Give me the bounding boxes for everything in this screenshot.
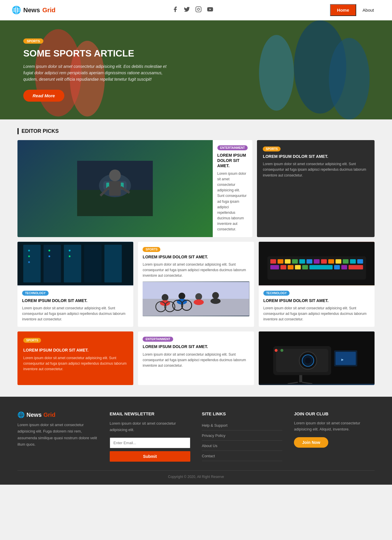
svg-rect-21 xyxy=(23,245,41,282)
footer: 🌐 NewsGrid Lorem ipsum dolor sit amet co… xyxy=(0,397,392,484)
svg-rect-63 xyxy=(280,265,286,269)
svg-rect-78 xyxy=(336,352,356,365)
card-title-keyboard: LOREM IPSUM DOLOR SIT AMET. xyxy=(263,298,370,303)
card-camera: ▶ xyxy=(259,331,375,385)
svg-point-37 xyxy=(179,293,185,299)
footer-join-col: JOIN OUR CLUB Lorem ipsum dolor sit amet… xyxy=(294,411,375,461)
svg-point-29 xyxy=(49,250,50,251)
privacy-link[interactable]: Privacy Policy xyxy=(202,433,226,438)
card-wide-entertainment: ENTERTAINMENT LOREM IPSUM DOLOR SIT AMET… xyxy=(17,140,252,237)
card-badge-keyboard-tech: TECHNOLOGY xyxy=(263,291,290,296)
footer-link-about[interactable]: About Us xyxy=(202,441,283,451)
svg-rect-59 xyxy=(343,259,348,264)
card-text: Lorem ipsum dolor sit amet consectetur a… xyxy=(217,171,248,232)
navbar: 🌐 NewsGrid Home About xyxy=(0,0,392,20)
card-badge-entertainment: ENTERTAINMENT xyxy=(217,145,248,150)
card-title-tech: LOREM IPSUM DOLOR SIT AMET. xyxy=(22,298,129,303)
footer-logo-grid: Grid xyxy=(43,412,55,418)
hero-title: SOME SPORTS ARTICLE xyxy=(23,48,175,59)
card-badge-mid-sports: SPORTS xyxy=(143,247,160,252)
card-badge-sports: SPORTS xyxy=(263,147,281,151)
nav-links: Home About xyxy=(330,4,380,16)
svg-rect-68 xyxy=(334,265,340,269)
card-title: LOREM IPSUM DOLOR SIT AMET. xyxy=(217,153,248,169)
hero-badge: SPORTS xyxy=(23,38,43,44)
footer-bottom: Copyright © 2020, All Right Reserve xyxy=(17,470,375,479)
footer-grid: 🌐 NewsGrid Lorem ipsum dolor sit amet co… xyxy=(17,411,375,461)
read-more-button[interactable]: Read More xyxy=(23,90,64,102)
footer-links-col: SITE LINKS Help & Support Privacy Policy… xyxy=(202,411,283,461)
youtube-icon[interactable] xyxy=(207,6,213,14)
svg-point-8 xyxy=(329,38,370,119)
footer-links-list: Help & Support Privacy Policy About Us C… xyxy=(202,420,283,461)
footer-newsletter-col: EMAIL NEWSLETTER Lorem ipsum dolor sit a… xyxy=(110,411,190,461)
submit-button[interactable]: Submit xyxy=(110,451,190,462)
email-input[interactable] xyxy=(110,437,190,448)
about-link[interactable]: About xyxy=(356,5,380,15)
about-us-link[interactable]: About Us xyxy=(202,444,217,448)
card-title-red: LOREM IPSUM DOLOR SIT AMET. xyxy=(23,347,127,353)
svg-rect-70 xyxy=(348,265,363,269)
svg-rect-25 xyxy=(104,245,122,282)
card-text-red: Lorem ipsum dolor sit amet consectetur a… xyxy=(23,355,127,372)
footer-link-privacy[interactable]: Privacy Policy xyxy=(202,430,283,441)
svg-rect-62 xyxy=(270,265,279,269)
svg-rect-69 xyxy=(341,265,347,269)
nav-social xyxy=(172,6,213,14)
logo-icon: 🌐 xyxy=(12,6,21,15)
svg-rect-23 xyxy=(64,245,81,282)
card-text-dark: Lorem ipsum dolor sit amet consectetur a… xyxy=(263,161,369,178)
svg-rect-58 xyxy=(336,259,341,264)
card-mid-sports: SPORTS LOREM IPSUM DOLOR SIT AMET. Lorem… xyxy=(138,242,254,327)
svg-rect-53 xyxy=(299,259,305,264)
svg-rect-0 xyxy=(196,7,201,12)
svg-rect-82 xyxy=(299,375,302,382)
hero-content: SPORTS SOME SPORTS ARTICLE Lorem ipsum d… xyxy=(23,38,175,102)
contact-link[interactable]: Contact xyxy=(202,454,215,458)
svg-point-41 xyxy=(212,292,219,299)
svg-text:▶: ▶ xyxy=(341,358,343,361)
footer-logo-icon: 🌐 xyxy=(17,411,25,418)
footer-about-text: Lorem ipsum dolor sit amet consectetur a… xyxy=(17,422,98,447)
footer-link-help[interactable]: Help & Support xyxy=(202,420,283,430)
card-dark-sports: SPORTS LOREM IPSUM DOLOR SIT AMET. Lorem… xyxy=(257,140,375,237)
join-now-button[interactable]: Join Now xyxy=(294,437,328,448)
svg-rect-55 xyxy=(314,259,320,264)
svg-point-16 xyxy=(109,170,121,181)
svg-point-30 xyxy=(49,255,50,257)
svg-rect-66 xyxy=(302,265,308,269)
footer-logo-news: News xyxy=(26,412,42,418)
footer-join-text: Lorem ipsum dolor sit amet consectetur a… xyxy=(294,420,375,433)
svg-point-31 xyxy=(69,250,70,251)
card-red-sports: SPORTS LOREM IPSUM DOLOR SIT AMET. Lorem… xyxy=(17,331,133,385)
footer-logo: 🌐 NewsGrid xyxy=(17,411,98,418)
footer-link-contact[interactable]: Contact xyxy=(202,451,283,461)
card-badge-tech: TECHNOLOGY xyxy=(22,291,49,296)
copyright-text: Copyright © 2020, All Right Reserve xyxy=(168,475,224,479)
svg-point-42 xyxy=(211,298,221,304)
card-body-mid: SPORTS LOREM IPSUM DOLOR SIT AMET. Lorem… xyxy=(138,242,254,327)
svg-point-26 xyxy=(28,250,30,251)
editor-picks-section: EDITOR PICKS xyxy=(0,119,392,397)
home-button[interactable]: Home xyxy=(330,4,356,16)
hero-description: Lorem ipsum dolor sit amet consectetur a… xyxy=(23,63,175,83)
twitter-icon[interactable] xyxy=(184,6,190,14)
help-link[interactable]: Help & Support xyxy=(202,423,228,428)
card-title-dark: LOREM IPSUM DOLOR SIT AMET. xyxy=(263,154,369,159)
instagram-icon[interactable] xyxy=(195,6,202,14)
hero-section: SPORTS SOME SPORTS ARTICLE Lorem ipsum d… xyxy=(0,20,392,119)
card-body-tech: TECHNOLOGY LOREM IPSUM DOLOR SIT AMET. L… xyxy=(17,285,133,327)
footer-newsletter-title: EMAIL NEWSLETTER xyxy=(110,411,190,416)
logo: 🌐 NewsGrid xyxy=(12,6,56,15)
card-text-tech: Lorem ipsum dolor sit amet consectetur a… xyxy=(22,306,129,322)
svg-point-35 xyxy=(162,294,168,301)
svg-rect-52 xyxy=(292,259,298,264)
svg-rect-54 xyxy=(306,259,312,264)
card-text-mid: Lorem ipsum dolor sit amet consectetur a… xyxy=(143,262,249,279)
svg-point-81 xyxy=(280,349,283,352)
card-body-entertainment: ENTERTAINMENT LOREM IPSUM DOLOR SIT AMET… xyxy=(138,331,254,385)
card-body-keyboard: TECHNOLOGY LOREM IPSUM DOLOR SIT AMET. L… xyxy=(259,285,375,327)
facebook-icon[interactable] xyxy=(172,6,178,14)
svg-rect-65 xyxy=(295,265,301,269)
svg-rect-64 xyxy=(288,265,293,269)
